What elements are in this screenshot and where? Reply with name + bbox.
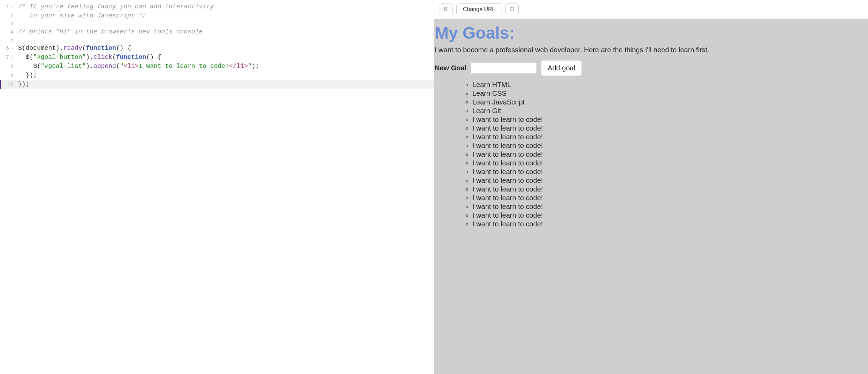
code-text[interactable]: });	[18, 80, 434, 89]
list-item: I want to learn to code!	[472, 211, 868, 219]
code-text[interactable]: /* If you're feeling fancy you can add i…	[18, 2, 434, 11]
chevron-down-icon[interactable]: ▾	[9, 56, 13, 60]
list-item: I want to learn to code!	[472, 220, 868, 228]
list-item: I want to learn to code!	[472, 159, 868, 167]
list-item: Learn CSS	[472, 89, 868, 98]
preview-toolbar: Change URL	[434, 0, 868, 19]
add-goal-button[interactable]: Add goal	[541, 60, 582, 76]
line-number: 9	[0, 72, 18, 79]
preview-pane: Change URL My Goals: I want to become a …	[434, 0, 868, 374]
list-item: I want to learn to code!	[472, 150, 868, 158]
chevron-down-icon[interactable]: ▾	[9, 47, 13, 50]
list-item: I want to learn to code!	[472, 177, 868, 185]
list-item: Learn JavaScript	[472, 98, 868, 106]
list-item: Learn HTML	[472, 81, 868, 89]
line-number: 5	[0, 37, 18, 44]
add-goal-label: Add goal	[548, 64, 575, 72]
list-item: I want to learn to code!	[472, 124, 868, 132]
code-line[interactable]: 10});	[0, 80, 434, 89]
run-button[interactable]	[440, 3, 453, 15]
new-goal-row: New Goal Add goal	[434, 60, 868, 76]
list-item: Learn Git	[472, 107, 868, 115]
code-text[interactable]: $(document).ready(function() {	[18, 44, 434, 53]
list-item: I want to learn to code!	[472, 116, 868, 124]
code-line[interactable]: 8 $("#goal-list").append("<li>I want to …	[0, 62, 434, 71]
code-editor[interactable]: 1 ▾/* If you're feeling fancy you can ad…	[0, 0, 434, 89]
goals-title: My Goals:	[434, 23, 868, 42]
list-item: I want to learn to code!	[472, 142, 868, 150]
line-number: 3	[0, 20, 18, 27]
list-item: I want to learn to code!	[472, 203, 868, 211]
code-line[interactable]: 9 });	[0, 71, 434, 80]
line-number: 1 ▾	[0, 3, 18, 10]
line-number: 6 ▾	[0, 45, 18, 52]
list-item: I want to learn to code!	[472, 194, 868, 202]
line-number: 10	[0, 81, 18, 88]
line-number: 2	[0, 13, 18, 20]
line-number: 8	[0, 63, 18, 70]
new-goal-input[interactable]	[471, 63, 537, 74]
code-line[interactable]: 2 to your site with Javascript */	[0, 11, 434, 20]
preview-body: My Goals: I want to become a professiona…	[434, 19, 868, 374]
code-text[interactable]: // prints "hi" in the browser's dev tool…	[18, 27, 434, 36]
code-line[interactable]: 7 ▾ $("#goal-button").click(function() {	[0, 53, 434, 62]
change-url-label: Change URL	[463, 6, 495, 13]
goals-subtitle: I want to become a professional web deve…	[434, 46, 868, 54]
chevron-down-icon[interactable]: ▾	[9, 5, 13, 9]
code-text[interactable]: $("#goal-button").click(function() {	[18, 53, 434, 62]
list-item: I want to learn to code!	[472, 185, 868, 193]
code-line[interactable]: 5	[0, 37, 434, 44]
code-line[interactable]: 1 ▾/* If you're feeling fancy you can ad…	[0, 2, 434, 11]
list-item: I want to learn to code!	[472, 168, 868, 176]
code-text[interactable]: });	[18, 71, 434, 80]
change-url-button[interactable]: Change URL	[456, 3, 502, 15]
app-root: 1 ▾/* If you're feeling fancy you can ad…	[0, 0, 868, 374]
svg-marker-1	[446, 8, 447, 10]
line-number: 7 ▾	[0, 54, 18, 61]
line-number: 4	[0, 29, 18, 36]
editor-pane[interactable]: 1 ▾/* If you're feeling fancy you can ad…	[0, 0, 434, 374]
code-text[interactable]: to your site with Javascript */	[18, 11, 434, 20]
code-text[interactable]: $("#goal-list").append("<li>I want to le…	[18, 62, 434, 71]
play-icon	[443, 6, 449, 13]
reload-icon	[509, 6, 515, 13]
code-line[interactable]: 6 ▾$(document).ready(function() {	[0, 44, 434, 53]
goal-list: Learn HTMLLearn CSSLearn JavaScriptLearn…	[434, 81, 868, 228]
new-goal-label: New Goal	[435, 64, 466, 72]
code-line[interactable]: 4// prints "hi" in the browser's dev too…	[0, 27, 434, 36]
reload-button[interactable]	[505, 3, 519, 15]
list-item: I want to learn to code!	[472, 133, 868, 141]
code-line[interactable]: 3	[0, 20, 434, 27]
